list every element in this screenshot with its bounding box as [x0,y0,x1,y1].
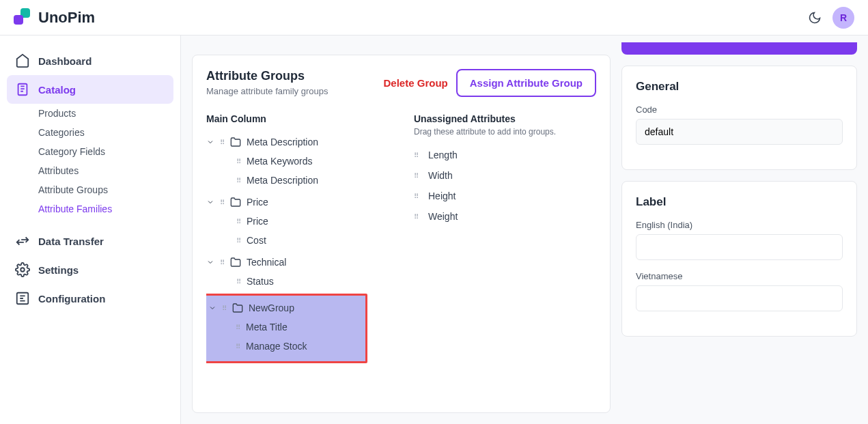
unassigned-item[interactable]: ⠿Width [414,165,596,186]
subnav-category-fields[interactable]: Category Fields [38,142,173,161]
panel-title: Attribute Groups [206,69,328,83]
code-label: Code [636,104,843,115]
tree-group-label: Meta Description [247,137,318,147]
tree-group: ⠿ Technical ⠿Status [206,253,392,291]
svg-point-1 [20,268,25,272]
nav-dashboard[interactable]: Dashboard [7,46,173,75]
drag-handle-icon[interactable]: ⠿ [236,218,241,225]
unassigned-item[interactable]: ⠿Length [414,145,596,165]
chevron-down-icon [206,198,214,206]
tree-group: ⠿ NewGroup ⠿Meta Title ⠿Manage Stock [206,298,365,356]
tree-group-header[interactable]: ⠿ Meta Description [206,132,392,152]
subnav-attribute-groups[interactable]: Attribute Groups [38,180,173,199]
tree-item[interactable]: ⠿Manage Stock [206,337,365,356]
unassigned-item[interactable]: ⠿Height [414,186,596,206]
logo[interactable]: UnoPim [14,8,95,27]
drag-handle-icon[interactable]: ⠿ [414,172,419,180]
logo-mark [14,8,33,27]
tree-item[interactable]: ⠿Meta Description [206,171,392,190]
save-button-partial[interactable] [621,42,857,55]
home-icon [15,53,30,68]
topbar: UnoPim R [0,0,868,36]
dark-mode-icon[interactable] [808,11,822,25]
tree-item[interactable]: ⠿Meta Keywords [206,152,392,171]
drag-handle-icon[interactable]: ⠿ [220,259,225,266]
sliders-icon [15,291,30,306]
assign-attribute-group-button[interactable]: Assign Attribute Group [456,69,596,97]
main-column-title: Main Column [206,113,397,124]
drag-handle-icon[interactable]: ⠿ [236,343,240,350]
tree-group-header[interactable]: ⠿ Technical [206,253,392,272]
tree-group: ⠿ Price ⠿Price ⠿Cost [206,193,392,250]
subnav-attributes[interactable]: Attributes [38,161,173,180]
folder-icon [232,302,243,313]
attribute-groups-panel: Attribute Groups Manage attribute family… [192,55,611,413]
catalog-subnav: Products Categories Category Fields Attr… [7,104,173,218]
unassigned-subtitle: Drag these attribute to add into groups. [414,127,596,137]
chevron-down-icon [206,138,214,146]
tree-group-label: Price [247,197,268,208]
drag-handle-icon[interactable]: ⠿ [236,158,241,165]
subnav-attribute-families[interactable]: Attribute Families [38,199,173,218]
clipboard-icon [15,82,30,97]
tree-item[interactable]: ⠿Cost [206,231,392,250]
drag-handle-icon[interactable]: ⠿ [414,213,419,221]
general-title: General [636,80,843,94]
tree-group: ⠿ Meta Description ⠿Meta Keywords ⠿Meta … [206,132,392,190]
tree-group-label: Technical [247,257,286,268]
drag-handle-icon[interactable]: ⠿ [236,237,241,244]
vietnamese-input[interactable] [636,285,843,311]
tree-group-header[interactable]: ⠿ Price [206,193,392,212]
english-label: English (India) [636,220,843,230]
right-panel: General Code Label English (India) Vietn… [621,42,857,413]
main-column: Main Column ⠿ Meta Description ⠿Meta Key… [206,113,397,399]
drag-handle-icon[interactable]: ⠿ [414,193,419,200]
main-content: Attribute Groups Manage attribute family… [181,36,868,424]
unassigned-item[interactable]: ⠿Weight [414,206,596,227]
folder-icon [230,257,241,268]
transfer-icon [15,234,30,249]
highlighted-group: ⠿ NewGroup ⠿Meta Title ⠿Manage Stock [206,294,367,363]
nav-data-transfer[interactable]: Data Transfer [7,227,173,255]
tree-scroll[interactable]: ⠿ Meta Description ⠿Meta Keywords ⠿Meta … [206,132,397,399]
drag-handle-icon[interactable]: ⠿ [220,139,225,146]
delete-group-button[interactable]: Delete Group [384,77,448,89]
tree-group-label: NewGroup [249,302,294,313]
drag-handle-icon[interactable]: ⠿ [236,324,240,331]
tree-item[interactable]: ⠿Status [206,272,392,291]
chevron-down-icon [208,304,216,312]
label-title: Label [636,195,843,209]
drag-handle-icon[interactable]: ⠿ [222,305,227,312]
nav-catalog[interactable]: Catalog [7,75,173,104]
drag-handle-icon[interactable]: ⠿ [220,199,225,206]
tree-group-header[interactable]: ⠿ NewGroup [206,298,365,317]
drag-handle-icon[interactable]: ⠿ [236,177,241,184]
unassigned-column: Unassigned Attributes Drag these attribu… [414,113,596,399]
vietnamese-label: Vietnamese [636,271,843,281]
code-input[interactable] [636,119,843,145]
panel-subtitle: Manage attribute family groups [206,86,328,96]
label-card: Label English (India) Vietnamese [621,181,857,337]
sidebar: Dashboard Catalog Products Categories Ca… [0,36,181,424]
unassigned-title: Unassigned Attributes [414,113,596,124]
logo-text: UnoPim [38,9,95,27]
subnav-products[interactable]: Products [38,104,173,123]
general-card: General Code [621,66,857,170]
tree-item[interactable]: ⠿Meta Title [206,317,365,337]
folder-icon [230,137,241,147]
drag-handle-icon[interactable]: ⠿ [236,278,241,285]
nav-configuration[interactable]: Configuration [7,284,173,313]
drag-handle-icon[interactable]: ⠿ [414,152,419,159]
avatar[interactable]: R [832,7,854,29]
english-input[interactable] [636,234,843,260]
chevron-down-icon [206,258,214,266]
tree-item[interactable]: ⠿Price [206,212,392,231]
folder-icon [230,197,241,208]
gear-icon [15,262,30,277]
nav-settings[interactable]: Settings [7,255,173,284]
subnav-categories[interactable]: Categories [38,123,173,142]
